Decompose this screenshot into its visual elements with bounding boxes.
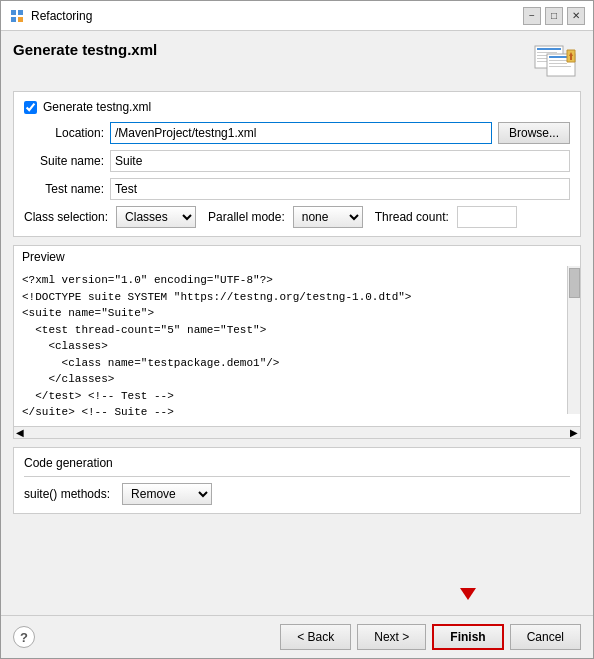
svg-rect-6 [537, 52, 557, 53]
svg-rect-0 [11, 10, 16, 15]
parallel-mode-select[interactable]: none tests classes methods [293, 206, 363, 228]
preview-vertical-scrollbar[interactable] [567, 266, 580, 414]
content-area: Generate testng.xml [1, 31, 593, 615]
location-input[interactable] [110, 122, 492, 144]
suite-methods-label: suite() methods: [24, 487, 110, 501]
page-header: Generate testng.xml [13, 41, 581, 81]
location-label: Location: [24, 126, 104, 140]
footer-left: ? [13, 626, 35, 648]
refactoring-window: Refactoring − □ ✕ Generate testng.xml [0, 0, 594, 659]
svg-rect-2 [11, 17, 16, 22]
location-row: Location: Browse... [24, 122, 570, 144]
title-bar-left: Refactoring [9, 8, 92, 24]
preview-horizontal-scrollbar[interactable]: ◀ ▶ [14, 426, 580, 438]
generate-checkbox-row: Generate testng.xml [24, 100, 570, 114]
down-arrow-indicator [460, 588, 476, 603]
code-generation-section: Code generation suite() methods: Remove … [13, 447, 581, 514]
test-name-input[interactable] [110, 178, 570, 200]
footer-buttons: < Back Next > Finish Cancel [280, 624, 581, 650]
preview-section: Preview <?xml version="1.0" encoding="UT… [13, 245, 581, 439]
help-button[interactable]: ? [13, 626, 35, 648]
minimize-button[interactable]: − [523, 7, 541, 25]
close-button[interactable]: ✕ [567, 7, 585, 25]
window-title: Refactoring [31, 9, 92, 23]
maximize-button[interactable]: □ [545, 7, 563, 25]
suite-methods-select[interactable]: Remove Keep Generate [122, 483, 212, 505]
test-name-label: Test name: [24, 182, 104, 196]
svg-rect-12 [549, 60, 569, 61]
back-button[interactable]: < Back [280, 624, 351, 650]
generate-checkbox[interactable] [24, 101, 37, 114]
page-title: Generate testng.xml [13, 41, 157, 58]
thread-count-label: Thread count: [375, 210, 449, 224]
suite-name-label: Suite name: [24, 154, 104, 168]
cancel-button[interactable]: Cancel [510, 624, 581, 650]
arrow-down-icon [460, 588, 476, 600]
browse-button[interactable]: Browse... [498, 122, 570, 144]
title-bar: Refactoring − □ ✕ [1, 1, 593, 31]
options-row: Class selection: Classes Methods Groups … [24, 206, 570, 228]
svg-rect-14 [549, 66, 571, 67]
scroll-track [26, 428, 568, 438]
suite-name-row: Suite name: [24, 150, 570, 172]
class-selection-select[interactable]: Classes Methods Groups [116, 206, 196, 228]
parallel-mode-label: Parallel mode: [208, 210, 285, 224]
test-name-row: Test name: [24, 178, 570, 200]
code-gen-divider [24, 476, 570, 477]
footer: ? < Back Next > Finish Cancel [1, 615, 593, 658]
svg-rect-1 [18, 10, 23, 15]
suite-methods-row: suite() methods: Remove Keep Generate [24, 483, 570, 505]
code-generation-label: Code generation [24, 456, 570, 470]
app-icon [9, 8, 25, 24]
finish-button[interactable]: Finish [432, 624, 503, 650]
class-selection-label: Class selection: [24, 210, 108, 224]
svg-rect-13 [549, 63, 567, 64]
scroll-right-arrow[interactable]: ▶ [568, 427, 580, 438]
window-controls: − □ ✕ [523, 7, 585, 25]
header-icon [531, 41, 581, 81]
next-button[interactable]: Next > [357, 624, 426, 650]
scroll-left-arrow[interactable]: ◀ [14, 427, 26, 438]
preview-content: <?xml version="1.0" encoding="UTF-8"?> <… [14, 266, 580, 426]
svg-rect-17 [570, 56, 572, 60]
svg-rect-5 [537, 48, 561, 50]
finish-wrapper: Finish [432, 624, 503, 650]
suite-name-input[interactable] [110, 150, 570, 172]
preview-label: Preview [14, 246, 580, 266]
thread-count-input[interactable] [457, 206, 517, 228]
svg-rect-3 [18, 17, 23, 22]
main-panel: Generate testng.xml Location: Browse... … [13, 91, 581, 237]
scroll-thumb[interactable] [569, 268, 580, 298]
generate-checkbox-label: Generate testng.xml [43, 100, 151, 114]
